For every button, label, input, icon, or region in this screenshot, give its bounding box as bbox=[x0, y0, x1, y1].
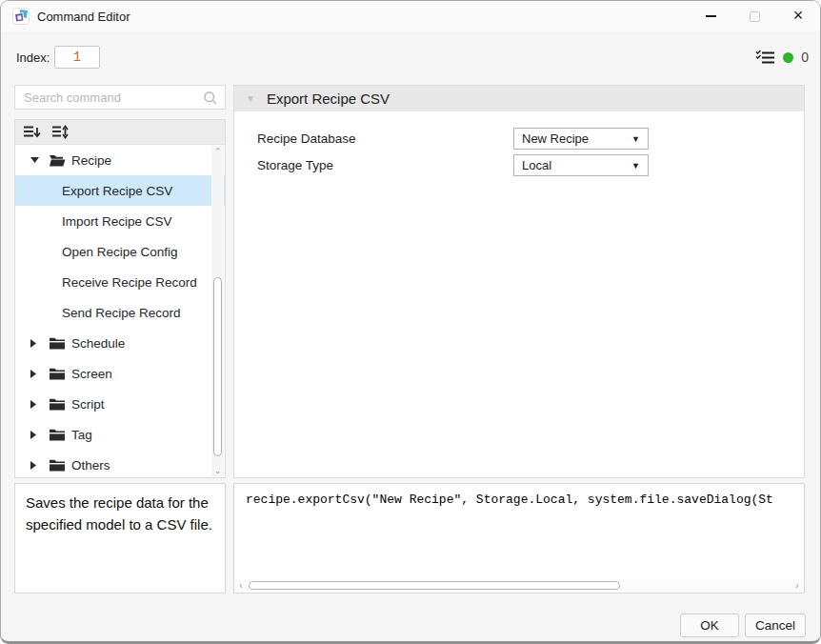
tree-scrollbar-thumb[interactable] bbox=[213, 277, 222, 456]
search-input[interactable] bbox=[15, 86, 225, 109]
code-hscrollbar[interactable]: ‹ › bbox=[235, 579, 803, 592]
index-input[interactable] bbox=[54, 46, 100, 69]
app-logo-icon bbox=[12, 8, 30, 25]
chevron-down-icon: ▼ bbox=[631, 134, 640, 144]
folder-closed-icon bbox=[50, 368, 65, 380]
scroll-right-icon[interactable]: › bbox=[791, 579, 803, 592]
tree-label: Others bbox=[71, 458, 110, 473]
tree-label: Export Recipe CSV bbox=[62, 184, 172, 198]
storage-type-label: Storage Type bbox=[257, 158, 333, 172]
tree-label: Open Recipe Config bbox=[62, 245, 178, 259]
chevron-collapsed-icon[interactable] bbox=[30, 400, 39, 409]
tree-label: Screen bbox=[71, 367, 112, 381]
tree-folder-others[interactable]: Others bbox=[15, 450, 225, 477]
storage-type-value: Local bbox=[522, 158, 551, 172]
tree-folder-tag[interactable]: Tag bbox=[15, 419, 225, 450]
titlebar: Command Editor × bbox=[1, 1, 820, 31]
chevron-expanded-icon[interactable] bbox=[30, 157, 39, 163]
tree-item-open-recipe-config[interactable]: Open Recipe Config bbox=[15, 236, 225, 267]
command-description: Saves the recipe data for the specified … bbox=[14, 483, 226, 594]
maximize-button bbox=[732, 1, 776, 31]
scroll-up-icon[interactable]: ⌃ bbox=[211, 146, 224, 157]
chevron-collapsed-icon[interactable] bbox=[30, 339, 39, 348]
search-icon bbox=[203, 91, 218, 106]
scroll-left-icon[interactable]: ‹ bbox=[235, 579, 247, 592]
tree-folder-script[interactable]: Script bbox=[15, 389, 225, 419]
code-hscrollbar-thumb[interactable] bbox=[249, 581, 620, 590]
window-title: Command Editor bbox=[37, 10, 130, 24]
tree-label: Receive Recipe Record bbox=[62, 275, 197, 290]
chevron-collapsed-icon[interactable] bbox=[30, 461, 39, 470]
tree-item-import-recipe-csv[interactable]: Import Recipe CSV bbox=[15, 206, 225, 236]
folder-closed-icon bbox=[50, 459, 65, 472]
folder-closed-icon bbox=[50, 398, 65, 411]
close-button[interactable]: × bbox=[776, 1, 820, 31]
tree-folder-schedule[interactable]: Schedule bbox=[15, 328, 225, 358]
folder-open-icon bbox=[50, 154, 66, 167]
tree-item-export-recipe-csv[interactable]: Export Recipe CSV bbox=[15, 175, 225, 206]
error-count: 0 bbox=[801, 50, 809, 65]
command-detail-panel: ▼ Export Recipe CSV Recipe Database New … bbox=[233, 85, 805, 478]
tree-label: Script bbox=[71, 397, 105, 412]
tree-scrollbar[interactable]: ⌃ ⌄ bbox=[211, 146, 224, 476]
command-tree: Recipe Export Recipe CSV Import Recipe C… bbox=[14, 119, 226, 478]
recipe-database-value: New Recipe bbox=[522, 131, 589, 146]
tree-label: Schedule bbox=[71, 336, 125, 351]
chevron-collapsed-icon[interactable] bbox=[30, 431, 39, 439]
error-list-icon[interactable] bbox=[755, 50, 775, 66]
code-preview: recipe.exportCsv("New Recipe", Storage.L… bbox=[233, 483, 805, 594]
detail-panel-title: Export Recipe CSV bbox=[267, 91, 390, 107]
recipe-database-select[interactable]: New Recipe ▼ bbox=[513, 128, 649, 150]
collapse-section-icon[interactable]: ▼ bbox=[246, 93, 255, 104]
field-row-storage-type: Storage Type Local ▼ bbox=[234, 154, 804, 176]
recipe-database-label: Recipe Database bbox=[257, 131, 356, 146]
tree-label: Tag bbox=[71, 428, 92, 442]
folder-closed-icon bbox=[50, 429, 65, 441]
folder-closed-icon bbox=[50, 337, 65, 350]
minimize-button[interactable] bbox=[689, 1, 732, 31]
tree-label: Send Recipe Record bbox=[62, 306, 181, 320]
search-box bbox=[14, 85, 226, 110]
tree-folder-recipe[interactable]: Recipe bbox=[15, 145, 225, 175]
detail-panel-header[interactable]: ▼ Export Recipe CSV bbox=[234, 86, 804, 111]
scroll-down-icon[interactable]: ⌄ bbox=[211, 465, 224, 476]
minimize-icon bbox=[706, 15, 716, 17]
command-editor-window: Command Editor × Index: 0 bbox=[0, 0, 821, 644]
close-icon: × bbox=[793, 7, 804, 24]
tree-folder-screen[interactable]: Screen bbox=[15, 358, 225, 389]
storage-type-select[interactable]: Local ▼ bbox=[513, 154, 649, 176]
index-label: Index: bbox=[16, 50, 50, 65]
tree-item-send-recipe-record[interactable]: Send Recipe Record bbox=[15, 297, 225, 328]
cancel-button[interactable]: Cancel bbox=[745, 614, 806, 637]
field-row-recipe-database: Recipe Database New Recipe ▼ bbox=[234, 128, 804, 150]
ok-button[interactable]: OK bbox=[680, 614, 739, 637]
code-text: recipe.exportCsv("New Recipe", Storage.L… bbox=[246, 493, 802, 507]
tree-rows: Recipe Export Recipe CSV Import Recipe C… bbox=[15, 145, 225, 477]
expand-all-button[interactable] bbox=[52, 125, 70, 139]
tree-label: Recipe bbox=[71, 153, 111, 168]
maximize-icon bbox=[750, 11, 760, 22]
status-cluster: 0 bbox=[755, 48, 809, 67]
collapse-all-button[interactable] bbox=[24, 125, 41, 139]
tree-item-receive-recipe-record[interactable]: Receive Recipe Record bbox=[15, 267, 225, 297]
tree-toolbar bbox=[15, 120, 225, 145]
chevron-down-icon: ▼ bbox=[631, 161, 640, 171]
tree-label: Import Recipe CSV bbox=[62, 214, 172, 229]
chevron-collapsed-icon[interactable] bbox=[30, 370, 39, 378]
status-green-dot-icon bbox=[783, 52, 793, 63]
